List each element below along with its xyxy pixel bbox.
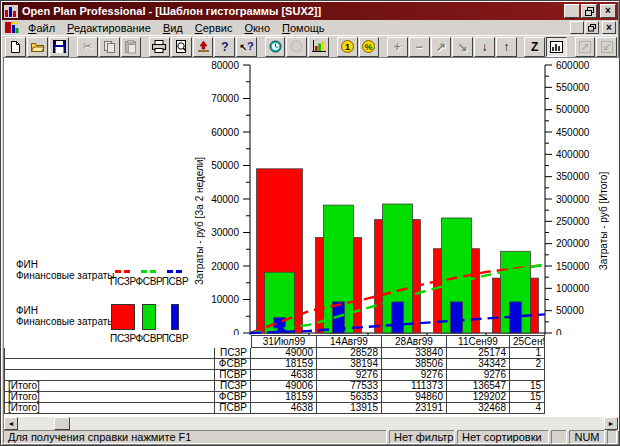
bar-swatch-icon xyxy=(111,304,135,330)
toolbar: ✂?↖?1%+−↗↘↓↑Z xyxy=(2,35,618,57)
menu-service[interactable]: Сервис xyxy=(189,21,239,35)
upload-button[interactable] xyxy=(193,37,214,57)
close-button[interactable]: × xyxy=(600,4,616,18)
print-button[interactable] xyxy=(149,37,170,57)
link-button[interactable]: ↗ xyxy=(431,37,452,57)
svg-text:300000: 300000 xyxy=(556,194,590,205)
chart-icon xyxy=(312,40,326,53)
child-restore-button[interactable] xyxy=(585,21,599,34)
shrink-window-button[interactable] xyxy=(596,37,617,57)
expand-window-button[interactable] xyxy=(575,37,596,57)
unlink-button[interactable]: ↘ xyxy=(452,37,473,57)
value-cell: 33840 xyxy=(382,348,447,359)
row-metric-cell: ПСЗР xyxy=(215,381,251,392)
remove-button[interactable]: − xyxy=(409,37,430,57)
bar-legend-title: ФИН xyxy=(16,305,110,316)
svg-text:200000: 200000 xyxy=(556,238,590,249)
bar-swatch-icon xyxy=(171,304,179,330)
value-cell: 4638 xyxy=(251,403,317,414)
menu-help[interactable]: Помощь xyxy=(276,21,331,35)
row-group-cell xyxy=(4,370,215,381)
menu-file[interactable]: Файл xyxy=(22,21,61,35)
svg-text:350000: 350000 xyxy=(556,171,590,182)
legend-item-ФСВР: ФСВР xyxy=(136,258,162,287)
context-help-button[interactable]: ↖? xyxy=(236,37,257,57)
line-swatch-icon xyxy=(167,270,184,273)
print-preview-button[interactable] xyxy=(171,37,192,57)
open-file-button[interactable] xyxy=(27,37,48,57)
resource-analysis-button[interactable] xyxy=(286,37,307,57)
arrow-ne-icon: ↗ xyxy=(436,41,446,53)
toolbar-separator xyxy=(70,37,77,57)
svg-text:40000: 40000 xyxy=(211,194,239,205)
arrow-up-icon: ↑ xyxy=(503,41,509,53)
cut-button[interactable]: ✂ xyxy=(77,37,98,57)
histogram-button[interactable] xyxy=(308,37,329,57)
svg-text:20000: 20000 xyxy=(211,261,239,272)
help-icon: ? xyxy=(221,41,228,53)
status-num-lock: NUM xyxy=(569,430,605,444)
line-legend-title: ФИН xyxy=(16,259,110,270)
copy-button[interactable] xyxy=(99,37,120,57)
svg-text:500000: 500000 xyxy=(556,104,590,115)
move-up-button[interactable]: ↑ xyxy=(496,37,517,57)
time-analysis-button[interactable] xyxy=(265,37,286,57)
value-cell: 94860 xyxy=(382,392,447,403)
print-icon xyxy=(152,40,166,53)
document-icon[interactable] xyxy=(4,21,19,34)
toolbar-separator xyxy=(568,37,575,57)
status-sort: Нет сортировки xyxy=(457,430,549,444)
toolbar-separator xyxy=(142,37,149,57)
status-help-text: Для получения справки нажмите F1 xyxy=(3,430,387,444)
percent-button[interactable]: % xyxy=(359,37,380,57)
value-cell: 34342 xyxy=(447,359,510,370)
menu-view[interactable]: Вид xyxy=(157,21,189,35)
corner-arrow-out-icon xyxy=(579,41,591,53)
table-row: ФСВР181593819438506343422 xyxy=(4,359,549,370)
value-cell: 32468 xyxy=(447,403,510,414)
svg-text:80000: 80000 xyxy=(211,60,239,71)
help-button[interactable]: ? xyxy=(214,37,235,57)
restore-button[interactable] xyxy=(581,4,597,18)
minimize-button[interactable]: _ xyxy=(564,4,580,18)
add-button[interactable]: + xyxy=(387,37,408,57)
app-icon xyxy=(4,5,18,18)
child-minimize-button[interactable]: _ xyxy=(570,21,584,34)
menu-edit[interactable]: Редактирование xyxy=(61,21,157,35)
child-close-button[interactable]: × xyxy=(602,21,616,34)
toolbar-separator xyxy=(258,37,265,57)
line-swatch-icon xyxy=(115,270,132,273)
line-legend-items: ПСЗРФСВРПСВР xyxy=(110,258,188,287)
move-down-button[interactable]: ↓ xyxy=(474,37,495,57)
plus-icon: + xyxy=(394,41,401,53)
cost-chart: 0100002000030000400005000060000700008000… xyxy=(4,58,618,335)
value-cell: 38506 xyxy=(382,359,447,370)
copy-icon xyxy=(103,40,116,54)
cost-button[interactable]: 1 xyxy=(337,37,358,57)
paste-button[interactable] xyxy=(121,37,142,57)
toolbar-separator xyxy=(330,37,337,57)
row-group-cell: [Итого] xyxy=(4,392,215,403)
svg-text:50000: 50000 xyxy=(211,160,239,171)
new-file-button[interactable] xyxy=(5,37,26,57)
line-swatch-icon xyxy=(141,270,158,273)
value-cell: 38194 xyxy=(317,359,382,370)
window-title: Open Plan Professional - [Шаблон гистогр… xyxy=(22,5,563,17)
value-cell: 13915 xyxy=(317,403,382,414)
paste-icon xyxy=(125,40,137,54)
new-icon xyxy=(9,40,22,54)
arrow-se-icon: ↘ xyxy=(458,41,468,53)
mini-bars-icon xyxy=(550,41,563,53)
menu-window[interactable]: Окно xyxy=(238,21,276,35)
data-table: 31Июл9914Авг9928Авг9911Сен9925Сен9ПСЗР49… xyxy=(4,335,549,414)
table-header-row: 31Июл9914Авг9928Авг9911Сен9925Сен9 xyxy=(4,335,549,348)
row-metric-cell: ПСВР xyxy=(215,403,251,414)
save-file-button[interactable] xyxy=(49,37,70,57)
letter-z-icon: Z xyxy=(531,41,538,53)
toolbar-separator xyxy=(380,37,387,57)
sort-button[interactable]: Z xyxy=(524,37,545,57)
clock-icon xyxy=(269,40,282,53)
column-header-date: 11Сен99 xyxy=(447,335,510,348)
view-histogram-button[interactable] xyxy=(546,37,567,57)
value-cell: 9276 xyxy=(447,370,510,381)
